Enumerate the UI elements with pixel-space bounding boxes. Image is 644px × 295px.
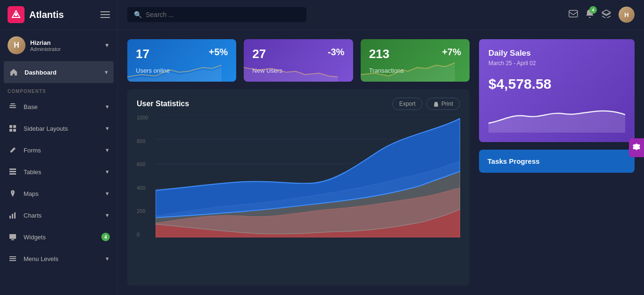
settings-tab[interactable] [629,138,644,157]
user-statistics-card: User Statistics Export Print 1000 800 60… [127,89,470,286]
components-label: COMPONENTS [0,83,117,96]
print-button[interactable]: Print [426,98,460,110]
export-button[interactable]: Export [392,98,423,110]
chart-svg-area [156,115,460,237]
daily-sales-amount: $4,578.58 [488,76,625,92]
svg-rect-18 [9,258,16,259]
user-statistics-title: User Statistics [137,100,189,108]
sidebar-item-base[interactable]: Base ▼ [0,96,117,118]
map-pin-icon [8,188,18,199]
search-icon: 🔍 [134,11,142,18]
sidebar-label-layouts: Sidebar Layouts [24,125,105,132]
tasks-progress-card: Tasks Progress [479,150,635,173]
sidebar-label-maps: Maps [24,190,105,197]
svg-rect-2 [9,105,16,106]
sidebar-label-tables: Tables [24,169,105,176]
brand-name: Atlantis [29,9,64,20]
notification-badge: 4 [589,6,597,14]
user-role: Administrator [30,46,104,52]
stat-change-new-users: -3% [328,47,345,58]
svg-rect-16 [11,239,14,240]
header: 🔍 4 H [118,0,644,30]
sidebar-item-charts[interactable]: Charts ▼ [0,204,117,226]
y-axis: 1000 800 600 400 200 0 [137,115,152,237]
mail-icon[interactable] [569,10,578,20]
card-header: User Statistics Export Print [137,98,460,110]
edit-icon [8,145,18,155]
svg-rect-12 [9,216,11,219]
widgets-badge: 4 [101,233,110,241]
svg-rect-10 [9,171,16,172]
svg-rect-9 [9,169,16,170]
stat-card-transactions: 213 +7% Transactions [361,39,470,82]
svg-rect-4 [10,103,15,104]
sidebar-item-sidebar-layouts[interactable]: Sidebar Layouts ▼ [0,118,117,139]
header-user-avatar[interactable]: H [619,7,635,23]
svg-point-1 [15,13,17,16]
content-area: 17 +5% Users online 27 -3% New User [118,30,644,295]
svg-rect-11 [9,173,16,175]
card-actions: Export Print [392,98,460,110]
tasks-title: Tasks Progress [487,157,626,165]
user-dropdown-icon[interactable]: ▼ [104,42,110,49]
sidebar-label-charts: Charts [24,212,105,219]
header-right: 4 H [569,7,635,23]
svg-rect-17 [9,256,16,257]
sidebar-item-menu-levels[interactable]: Menu Levels ▼ [0,248,117,270]
stats-row: 17 +5% Users online 27 -3% New User [127,39,470,82]
svg-rect-15 [9,234,16,239]
sidebar-item-forms[interactable]: Forms ▼ [0,139,117,161]
monitor-icon [8,232,18,242]
sidebar-label-forms: Forms [24,147,105,154]
brand-bar: Atlantis [0,0,117,30]
bar-chart-icon [8,210,18,220]
content-left: 17 +5% Users online 27 -3% New User [127,39,470,286]
hamburger-icon[interactable] [100,11,110,18]
layers-header-icon[interactable] [602,9,611,20]
nav-arrow-base: ▼ [105,104,110,110]
svg-rect-8 [13,129,16,132]
sidebar-label-dashboard: Dashboard [25,69,104,76]
nav-arrow-dashboard: ▼ [104,69,109,75]
stat-change-users: +5% [209,47,228,58]
svg-rect-19 [9,260,16,261]
svg-rect-3 [9,107,16,108]
svg-rect-20 [569,10,578,17]
sidebar-user: H Hizrian Administrator ▼ [0,30,117,61]
daily-sales-card: Daily Sales March 25 - April 02 $4,578.5… [479,39,635,142]
svg-rect-6 [13,125,16,128]
daily-sales-date: March 25 - April 02 [488,60,625,67]
sidebar-item-widgets[interactable]: Widgets 4 [0,226,117,248]
sidebar-label-menu-levels: Menu Levels [24,255,105,262]
sidebar-label-base: Base [24,103,105,110]
daily-sales-chart [488,100,625,133]
user-statistics-chart: 1000 800 600 400 200 0 [137,115,460,247]
svg-rect-5 [9,125,12,128]
stat-card-users-online: 17 +5% Users online [127,39,236,82]
svg-rect-14 [14,212,16,219]
search-box[interactable]: 🔍 [127,7,306,22]
sidebar-item-tables[interactable]: Tables ▼ [0,161,117,183]
content-right: Daily Sales March 25 - April 02 $4,578.5… [479,39,635,286]
svg-rect-7 [9,129,12,132]
grid-icon [8,123,18,134]
notification-icon[interactable]: 4 [586,9,594,21]
user-name: Hizrian [30,39,104,46]
sidebar-label-widgets: Widgets [24,234,101,241]
stat-card-new-users: 27 -3% New Users [244,39,353,82]
home-icon [8,67,19,77]
sidebar-item-dashboard[interactable]: Dashboard ▼ [4,61,114,83]
sidebar: Atlantis H Hizrian Administrator ▼ Dashb… [0,0,118,295]
search-input[interactable] [146,11,300,18]
sidebar-item-maps[interactable]: Maps ▼ [0,183,117,204]
svg-rect-13 [12,214,13,219]
table-icon [8,167,18,177]
stat-change-transactions: +7% [442,47,461,58]
avatar: H [8,36,25,54]
layers-icon [8,101,18,112]
brand-icon [8,6,25,23]
main-area: 🔍 4 H 17 +5% [118,0,644,295]
menu-icon [8,253,18,264]
daily-sales-title: Daily Sales [488,49,625,58]
